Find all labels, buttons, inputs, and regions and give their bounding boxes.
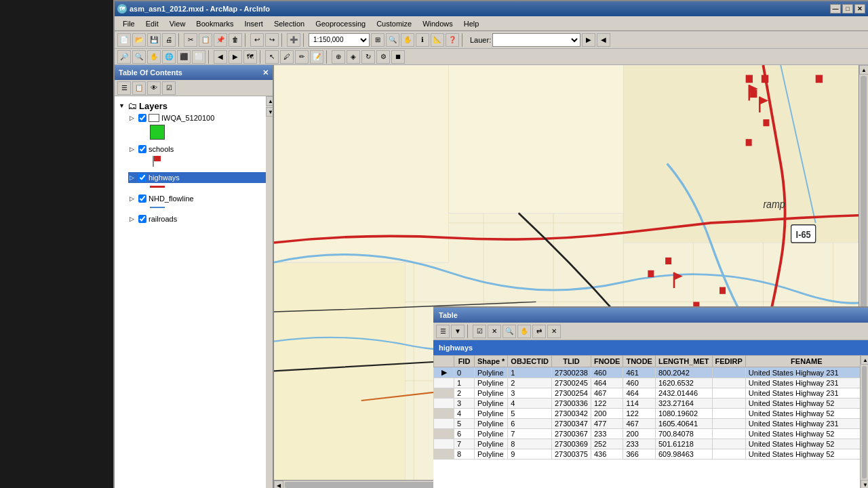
railroads-checkbox[interactable] [138,215,146,223]
table-switch-btn[interactable]: ⇄ [532,325,546,338]
zoom-full-btn[interactable]: ⊞ [371,33,384,47]
extent2-btn[interactable]: ⬜ [192,50,205,64]
col-fedirp[interactable]: FEDIRP [712,356,745,367]
stop-btn[interactable]: ⏹ [391,50,405,64]
table-row[interactable]: 3Polyline427300336122114323.27164United … [434,399,861,409]
vertex-btn[interactable]: ◈ [347,50,360,64]
table-pan-btn[interactable]: ✋ [517,325,531,338]
table-options2-btn[interactable]: ▼ [451,325,465,338]
toc-list-view-btn[interactable]: ☰ [117,81,131,95]
toc-visible-btn[interactable]: 👁 [147,81,161,95]
col-tlid[interactable]: TLID [551,356,591,367]
table-row[interactable]: 8Polyline927300375436366609.98463United … [434,449,861,460]
table-select-btn[interactable]: ☑ [473,325,486,338]
table-delete-btn[interactable]: ✕ [547,325,561,338]
table-row[interactable]: 5Polyline6273003474774671605.40641United… [434,419,861,429]
menu-item-windows[interactable]: Windows [417,18,458,29]
zoom-in-btn[interactable]: 🔎 [117,50,131,64]
menu-item-view[interactable]: View [164,18,191,29]
edit-btn[interactable]: ✏ [295,50,309,64]
rotate-btn[interactable]: ↻ [361,50,375,64]
toc-scrollbar[interactable]: ▲ ▼ [266,96,273,488]
task-btn[interactable]: ⚙ [376,50,390,64]
menu-item-bookmarks[interactable]: Bookmarks [191,18,239,29]
map-scroll-up[interactable]: ▲ [859,65,868,75]
table-row[interactable]: 7Polyline827300369252233501.61218United … [434,439,861,449]
col-tnode[interactable]: TNODE [623,356,656,367]
layer-row-iwqa[interactable]: ▷ IWQA_5120100 [128,113,266,123]
layer-dropdown[interactable] [492,33,580,47]
cut-btn[interactable]: ✂ [184,33,197,47]
highways-expand[interactable]: ▷ [130,174,136,181]
select2-btn[interactable]: 🖊 [280,50,294,64]
iwqa-checkbox[interactable] [138,114,146,122]
open-btn[interactable]: 📂 [132,33,146,47]
schools-checkbox[interactable] [138,145,146,153]
snap-btn[interactable]: ⊕ [332,50,345,64]
menu-item-insert[interactable]: Insert [239,18,269,29]
table-scroll-area[interactable]: FID Shape * OBJECTID TLID FNODE TNODE LE… [433,355,860,488]
toc-source-view-btn[interactable]: 📋 [132,81,146,95]
menu-item-edit[interactable]: Edit [140,18,164,29]
edit2-btn[interactable]: 📝 [310,50,323,64]
georef-btn[interactable]: 🗺 [243,50,257,64]
prev-extent-btn[interactable]: ◀ [214,50,227,64]
paste-btn[interactable]: 📌 [214,33,227,47]
toc-close-btn[interactable]: ✕ [262,68,269,77]
toc-select-btn[interactable]: ☑ [162,81,176,95]
help-btn[interactable]: ❓ [446,33,459,47]
menu-item-customize[interactable]: Customize [371,18,417,29]
col-fnode[interactable]: FNODE [591,356,623,367]
table-row[interactable]: 2Polyline3273002544674642432.01446United… [434,388,861,399]
map-area[interactable]: ramp I-65 State Road 26 State Road 43 St… [274,65,868,488]
layers-expand[interactable]: ▼ [119,102,125,109]
nhd-checkbox[interactable] [138,195,146,203]
measure-btn[interactable]: 📐 [431,33,444,47]
table-clear-btn[interactable]: ✕ [488,325,501,338]
redo-btn[interactable]: ↪ [265,33,279,47]
add-data-btn[interactable]: ➕ [287,33,300,47]
table-row[interactable]: 4Polyline5273003422001221080.19602United… [434,409,861,419]
col-length[interactable]: LENGTH_MET [655,356,712,367]
globe-btn[interactable]: 🌐 [162,50,176,64]
magnify-btn[interactable]: 🔍 [386,33,399,47]
scale-select[interactable]: 1:150,000 [309,33,370,47]
railroads-expand[interactable]: ▷ [130,216,136,222]
undo-btn[interactable]: ↩ [250,33,264,47]
zoom-out-btn[interactable]: 🔍 [132,50,146,64]
menu-item-help[interactable]: Help [458,18,485,29]
table-scroll-up[interactable]: ▲ [861,355,868,365]
save-btn[interactable]: 💾 [147,33,161,47]
col-shape[interactable]: Shape * [475,356,508,367]
table-scroll-down[interactable]: ▼ [861,480,868,488]
nhd-expand[interactable]: ▷ [130,195,136,202]
print-btn[interactable]: 🖨 [162,33,176,47]
highways-checkbox[interactable] [138,174,146,182]
extent-btn[interactable]: ⬛ [177,50,191,64]
maximize-button[interactable]: □ [842,4,853,14]
select-btn[interactable]: ↖ [265,50,279,64]
back-btn[interactable]: ◀ [597,33,610,47]
hand-btn[interactable]: ✋ [147,50,161,64]
table-row[interactable]: ▶0Polyline127300238460461800.2042United … [434,367,861,378]
toc-scroll-up[interactable]: ▲ [266,96,273,106]
table-zoom-btn[interactable]: 🔍 [502,325,516,338]
new-btn[interactable]: 📄 [117,33,131,47]
minimize-button[interactable]: — [830,4,841,14]
menu-item-file[interactable]: File [117,18,140,29]
identify-btn[interactable]: ℹ [416,33,429,47]
pan-btn[interactable]: ✋ [401,33,414,47]
menu-item-selection[interactable]: Selection [269,18,310,29]
col-fid[interactable]: FID [454,356,475,367]
col-fename[interactable]: FENAME [745,356,860,367]
delete-btn[interactable]: 🗑 [229,33,242,47]
layer-row-railroads[interactable]: ▷ railroads [128,214,266,224]
iwqa-expand[interactable]: ▷ [130,115,136,121]
table-scrollbar-v[interactable]: ▲ ▼ [860,355,868,488]
table-options-btn[interactable]: ☰ [436,325,450,338]
map-scroll-left[interactable]: ◀ [274,481,283,488]
go-btn[interactable]: ▶ [582,33,595,47]
close-button[interactable]: ✕ [854,4,865,14]
col-objectid[interactable]: OBJECTID [508,356,552,367]
layer-row-highways[interactable]: ▷ highways [128,172,266,183]
